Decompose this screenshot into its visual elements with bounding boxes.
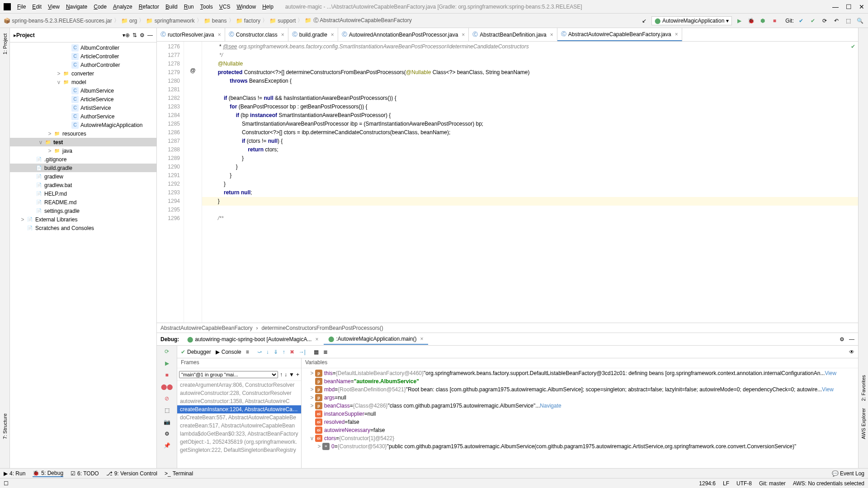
tree-item[interactable]: >📁java bbox=[10, 146, 156, 155]
tree-item[interactable]: 📄Scratches and Consoles bbox=[10, 224, 156, 232]
project-tree[interactable]: CAlbumControllerCArticleControllerCAutho… bbox=[10, 42, 156, 468]
aws-explorer-button[interactable]: AWS Explorer bbox=[859, 406, 868, 441]
file-encoding[interactable]: UTF-8 bbox=[736, 480, 752, 487]
tree-item[interactable]: 📄build.gradle bbox=[10, 164, 156, 172]
breadcrumb-item[interactable]: 📁 org bbox=[121, 18, 137, 24]
variable-row[interactable]: >pbeanClass = {Class@4286} "class com.gi… bbox=[302, 402, 858, 410]
stop-button[interactable]: ■ bbox=[770, 16, 779, 25]
git-branch[interactable]: Git: master bbox=[759, 480, 786, 487]
stack-frame[interactable]: lambda$doGetBean$0:323, AbstractBeanFact… bbox=[177, 430, 301, 438]
tool-window-button[interactable]: >_Terminal bbox=[165, 470, 193, 477]
breakpoints-icon[interactable]: ⬤⬤ bbox=[163, 383, 171, 391]
tree-item[interactable]: 📄gradlew bbox=[10, 172, 156, 181]
stack-frame[interactable]: doCreateBean:557, AbstractAutowireCapabl… bbox=[177, 413, 301, 422]
menu-code[interactable]: Code bbox=[91, 3, 109, 11]
vcs-commit-icon[interactable]: ✔ bbox=[797, 16, 806, 25]
breadcrumb-item[interactable]: 📁 factory bbox=[236, 18, 260, 24]
console-tab[interactable]: ▶Console bbox=[216, 349, 241, 355]
aws-status[interactable]: AWS: No credentials selected bbox=[793, 480, 864, 487]
debug-button[interactable]: 🐞 bbox=[746, 16, 755, 25]
tree-item[interactable]: CArticleController bbox=[10, 52, 156, 61]
tree-item[interactable]: >📄External Libraries bbox=[10, 215, 156, 224]
tool-window-button[interactable]: ⎇9: Version Control bbox=[106, 470, 157, 477]
tool-window-button[interactable]: 🐞5: Debug bbox=[33, 470, 63, 477]
stack-frame[interactable]: autowireConstructor:228, ConstructorReso… bbox=[177, 389, 301, 397]
menu-window[interactable]: Window bbox=[234, 3, 259, 11]
run-to-cursor-icon[interactable]: →| bbox=[299, 349, 306, 355]
structure-tool-button[interactable]: 7: Structure bbox=[0, 412, 9, 441]
ide-settings-icon[interactable]: ⬚ bbox=[844, 16, 853, 25]
step-over-icon[interactable]: ⤻ bbox=[257, 349, 262, 355]
prev-frame-icon[interactable]: ↑ bbox=[280, 371, 283, 378]
layout-icon[interactable]: ⬚ bbox=[163, 406, 171, 414]
menu-refactor[interactable]: Refactor bbox=[136, 3, 162, 11]
pin-icon[interactable]: 📌 bbox=[163, 441, 171, 450]
more-icon[interactable]: ⚙ bbox=[163, 430, 171, 438]
add-frame-icon[interactable]: + bbox=[296, 371, 299, 378]
tree-item[interactable]: CArtistService bbox=[10, 103, 156, 112]
step-out-icon[interactable]: ↑ bbox=[283, 349, 285, 355]
variables-list[interactable]: >pthis = {DefaultListableBeanFactory@446… bbox=[302, 368, 858, 468]
menu-help[interactable]: Help bbox=[259, 3, 276, 11]
editor-tab[interactable]: ⒸructorResolver.java× bbox=[157, 28, 225, 41]
trace-icon[interactable]: ≣ bbox=[323, 349, 328, 355]
camera-icon[interactable]: 📷 bbox=[163, 418, 171, 426]
stack-frame[interactable]: autowireConstructor:1358, AbstractAutowi… bbox=[177, 397, 301, 405]
variable-row[interactable]: >=0 = {Constructor@5430} "public com.git… bbox=[302, 442, 858, 450]
cursor-position[interactable]: 1294:6 bbox=[699, 480, 716, 487]
editor-tab[interactable]: ⒸAbstractBeanDefinition.java× bbox=[469, 28, 557, 41]
stack-frame[interactable]: createArgumentArray:806, ConstructorReso… bbox=[177, 381, 301, 389]
stack-frame[interactable]: getObject:-1, 2052435819 (org.springfram… bbox=[177, 438, 301, 446]
menu-file[interactable]: File bbox=[14, 3, 28, 11]
tool-window-button[interactable]: ▶4: Run bbox=[4, 470, 25, 477]
drop-frame-icon[interactable]: ✖ bbox=[290, 349, 294, 355]
nav-back-icon[interactable]: ↙ bbox=[640, 16, 649, 25]
breadcrumb-item[interactable]: 📁 springframework bbox=[146, 18, 194, 24]
resume-icon[interactable]: ▶ bbox=[163, 359, 171, 367]
watches-icon[interactable]: 👁 bbox=[849, 349, 854, 355]
run-configuration-selector[interactable]: ⬤ AutowireMagicApplication ▾ bbox=[651, 16, 732, 25]
menu-edit[interactable]: Edit bbox=[29, 3, 44, 11]
next-frame-icon[interactable]: ↓ bbox=[284, 371, 287, 378]
breadcrumb-item[interactable]: 📦 spring-beans-5.2.3.RELEASE-sources.jar bbox=[4, 18, 112, 24]
menu-tools[interactable]: Tools bbox=[198, 3, 216, 11]
rerun-icon[interactable]: ⟳ bbox=[163, 347, 171, 356]
variable-row[interactable]: oiresolved = false bbox=[302, 418, 858, 426]
vcs-update-icon[interactable]: ✔ bbox=[808, 16, 817, 25]
variable-row[interactable]: oiinstanceSupplier = null bbox=[302, 410, 858, 418]
breadcrumb-method[interactable]: determineConstructorsFromBeanPostProcess… bbox=[261, 325, 383, 331]
minimize-button[interactable]: — bbox=[832, 3, 839, 10]
editor-tab[interactable]: Ⓒbuild.gradle× bbox=[288, 28, 338, 41]
maximize-button[interactable]: ☐ bbox=[846, 3, 852, 10]
stack-frame[interactable]: getSingleton:222, DefaultSingletonBeanRe… bbox=[177, 446, 301, 454]
variable-row[interactable]: >pthis = {DefaultListableBeanFactory@446… bbox=[302, 369, 858, 377]
menu-view[interactable]: View bbox=[45, 3, 62, 11]
tree-item[interactable]: CAlbumService bbox=[10, 86, 156, 95]
status-icon2[interactable]: ☐ bbox=[4, 480, 9, 487]
editor-tab[interactable]: ⒸAutowiredAnnotationBeanPostProcessor.ja… bbox=[338, 28, 469, 41]
editor-tab[interactable]: ⒸAbstractAutowireCapableBeanFactory.java… bbox=[557, 28, 682, 41]
tree-item[interactable]: CAutowireMagicApplication bbox=[10, 121, 156, 129]
breadcrumb-item[interactable]: 📁 beans bbox=[204, 18, 227, 24]
menu-run[interactable]: Run bbox=[181, 3, 197, 11]
close-button[interactable]: ✕ bbox=[859, 3, 864, 10]
hide-icon[interactable]: — bbox=[147, 32, 153, 38]
tree-item[interactable]: 📄HELP.md bbox=[10, 189, 156, 198]
breadcrumb-item[interactable]: 📁 support bbox=[269, 18, 296, 24]
menu-build[interactable]: Build bbox=[163, 3, 180, 11]
filter-frame-icon[interactable]: ▼ bbox=[289, 371, 294, 378]
project-tool-button[interactable]: 1: Project bbox=[0, 32, 9, 56]
menu-analyze[interactable]: Analyze bbox=[110, 3, 135, 11]
tree-item[interactable]: >📁converter bbox=[10, 69, 156, 78]
menu-navigate[interactable]: Navigate bbox=[63, 3, 90, 11]
editor-tab[interactable]: ⒸConstructor.class× bbox=[225, 28, 288, 41]
run-button[interactable]: ▶ bbox=[735, 16, 744, 25]
locate-icon[interactable]: ⊕ bbox=[125, 32, 130, 38]
search-icon[interactable]: 🔍 bbox=[855, 16, 864, 25]
debugger-tab[interactable]: ✔Debugger bbox=[181, 349, 211, 355]
tree-item[interactable]: >📁resources bbox=[10, 129, 156, 138]
settings-icon[interactable]: ⚙ bbox=[140, 32, 145, 38]
expand-icon[interactable]: ⇅ bbox=[132, 32, 137, 38]
tree-item[interactable]: v📁model bbox=[10, 78, 156, 86]
variable-row[interactable]: >pmbd = {RootBeanDefinition@5421} "Root … bbox=[302, 385, 858, 394]
